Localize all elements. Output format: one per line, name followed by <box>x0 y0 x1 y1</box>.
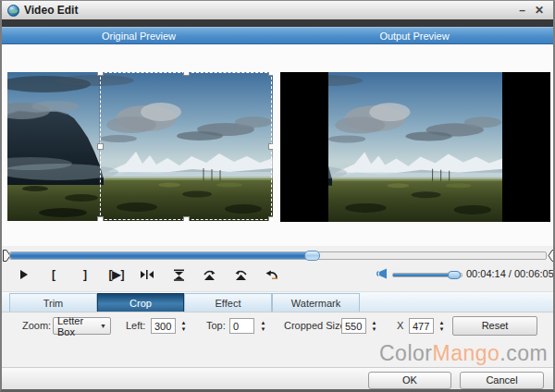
crop-handle-bottom-right[interactable] <box>268 216 273 221</box>
flip-vertical-button[interactable] <box>168 266 189 283</box>
top-stepper[interactable]: ▲▼ <box>258 317 268 335</box>
seek-slider[interactable] <box>9 251 547 260</box>
zoom-label: Zoom: <box>22 320 51 331</box>
left-label: Left: <box>126 320 145 331</box>
minimize-button[interactable]: – <box>519 6 525 15</box>
volume-thumb[interactable] <box>448 271 461 279</box>
footer-bar: OK Cancel <box>2 367 553 390</box>
preview-area <box>2 44 553 246</box>
crop-width-input[interactable] <box>341 318 366 334</box>
set-end-button[interactable]: ] <box>75 266 95 283</box>
crop-handle-top-left[interactable] <box>97 72 104 76</box>
original-preview-frame <box>7 72 273 221</box>
cropped-size-label: Cropped Size: <box>284 320 349 331</box>
crop-width-stepper[interactable]: ▲▼ <box>369 317 379 335</box>
tab-strip: Trim Crop Effect Watermark <box>2 291 553 312</box>
seek-fill <box>10 252 310 259</box>
cancel-button[interactable]: Cancel <box>460 372 544 389</box>
crop-handle-bottom-left[interactable] <box>97 216 104 221</box>
crop-height-input[interactable] <box>409 318 434 334</box>
window-title: Video Edit <box>24 4 78 17</box>
seek-row <box>2 249 553 263</box>
volume-fill <box>393 274 451 276</box>
top-label: Top: <box>206 320 226 331</box>
preview-header: Original Preview Output Preview <box>2 27 553 44</box>
transport-controls: [ ] [▶] <box>2 265 553 286</box>
top-input[interactable] <box>229 318 254 334</box>
output-preview-frame <box>280 72 550 222</box>
volume-slider[interactable] <box>392 273 462 277</box>
tab-crop[interactable]: Crop <box>97 293 184 312</box>
tab-trim[interactable]: Trim <box>9 293 97 312</box>
reset-button[interactable]: Reset <box>452 316 537 336</box>
rotate-left-button[interactable] <box>230 266 251 283</box>
set-start-button[interactable]: [ <box>43 266 64 283</box>
header-divider <box>2 19 553 27</box>
crop-handle-bottom-middle[interactable] <box>183 216 190 221</box>
size-x-separator: X <box>397 320 403 331</box>
crop-handle-top-middle[interactable] <box>183 72 190 76</box>
frame-snap-button[interactable] <box>137 266 157 283</box>
tab-effect[interactable]: Effect <box>184 293 272 312</box>
video-edit-dialog: Video Edit – ✕ Original Preview Output P… <box>0 0 555 392</box>
play-icon <box>18 269 29 280</box>
output-preview-label: Output Preview <box>276 31 553 42</box>
output-video-frame <box>328 72 502 222</box>
frame-snap-icon <box>140 269 154 280</box>
seek-thumb[interactable] <box>304 251 320 261</box>
tab-watermark[interactable]: Watermark <box>272 293 360 312</box>
volume-icon[interactable] <box>376 268 388 279</box>
zoom-mode-select[interactable]: Letter Box ▼ <box>53 317 111 335</box>
original-preview-label: Original Preview <box>0 31 278 42</box>
app-globe-icon <box>7 5 19 17</box>
time-display: 00:04:14 / 00:06:05 <box>466 268 554 279</box>
chevron-down-icon: ▼ <box>100 323 106 329</box>
crop-handle-middle-left[interactable] <box>97 143 104 150</box>
left-stepper[interactable]: ▲▼ <box>179 317 189 335</box>
flip-vertical-icon <box>173 269 185 281</box>
rotate-left-icon <box>234 269 248 281</box>
rotate-right-icon <box>203 269 216 281</box>
colormango-watermark: ColorMango.com <box>379 341 548 366</box>
undo-icon <box>265 269 278 280</box>
zoom-mode-value: Letter Box <box>57 315 100 337</box>
undo-button[interactable] <box>261 266 281 283</box>
crop-handle-middle-right[interactable] <box>268 143 273 150</box>
titlebar[interactable]: Video Edit – ✕ <box>2 1 553 19</box>
close-button[interactable]: ✕ <box>535 6 544 15</box>
crop-handle-top-right[interactable] <box>268 72 273 76</box>
crop-height-stepper[interactable]: ▲▼ <box>437 317 447 335</box>
crop-selection[interactable] <box>100 72 272 220</box>
ok-button[interactable]: OK <box>368 372 451 389</box>
trim-end-marker[interactable] <box>548 250 555 263</box>
play-button[interactable] <box>13 266 33 283</box>
left-input[interactable] <box>151 318 176 334</box>
rotate-right-button[interactable] <box>199 266 219 283</box>
play-segment-button[interactable]: [▶] <box>104 266 130 283</box>
